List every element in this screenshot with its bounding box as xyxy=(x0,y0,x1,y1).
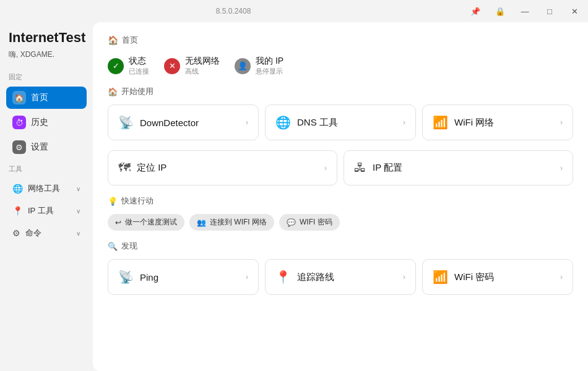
tool-card-locate-ip[interactable]: 🗺 定位 IP › xyxy=(108,150,337,186)
quick-actions-header: 💡 快速行动 xyxy=(108,195,573,207)
connected-indicator: ✓ xyxy=(108,58,124,74)
downdetector-arrow: › xyxy=(246,118,248,127)
ping-label: Ping xyxy=(140,272,240,283)
location-icon: 📍 xyxy=(12,206,23,216)
ip-config-icon: 🖧 xyxy=(354,161,366,175)
wifi-sublabel: 高线 xyxy=(185,67,220,76)
pin-icon[interactable]: 📌 xyxy=(469,7,482,16)
tool-card-wifi-password2[interactable]: 📶 WiFi 密码 › xyxy=(422,259,573,295)
breadcrumb-home-icon: 🏠 xyxy=(108,35,118,45)
quick-action-wifi-password[interactable]: 💬 WIFI 密码 xyxy=(279,214,340,231)
ping-icon: 📡 xyxy=(118,270,134,284)
traceroute-label: 追踪路线 xyxy=(297,271,397,283)
quick-actions-list: ↩ 做一个速度测试 👥 连接到 WIFI 网络 💬 WIFI 密码 xyxy=(108,214,573,231)
quick-action-connect-wifi[interactable]: 👥 连接到 WIFI 网络 xyxy=(189,214,274,231)
ip-config-label: IP 配置 xyxy=(373,162,554,174)
wifi-password-icon: 💬 xyxy=(287,218,296,227)
tool-card-ping[interactable]: 📡 Ping › xyxy=(108,259,259,295)
wifi-text: 无线网络 高线 xyxy=(185,56,220,76)
wifi-label: 无线网络 xyxy=(185,56,220,67)
close-button[interactable]: ✕ xyxy=(568,7,581,16)
connect-wifi-label: 连接到 WIFI 网络 xyxy=(210,217,267,228)
downdetector-icon: 📡 xyxy=(118,115,134,130)
breadcrumb-label: 首页 xyxy=(122,35,138,46)
home-nav-icon: 🏠 xyxy=(12,91,26,104)
nav-item-network-tools[interactable]: 🌐 网络工具 ∨ xyxy=(6,179,87,198)
speed-test-icon: ↩ xyxy=(115,218,121,227)
quick-actions-label: 快速行动 xyxy=(121,195,153,207)
traceroute-arrow: › xyxy=(403,273,405,281)
get-started-icon: 🏠 xyxy=(108,87,118,96)
discover-header: 🔍 发现 xyxy=(108,241,573,252)
sidebar: InternetTest 嗨, XDGAME. 固定 🏠 首页 ⏱ 历史 ⚙ 设… xyxy=(0,22,93,371)
myip-label: 我的 IP xyxy=(256,56,283,67)
wifi-network-icon: 📶 xyxy=(433,115,448,130)
settings-nav-icon: ⚙ xyxy=(12,140,26,154)
tool-card-ip-config[interactable]: 🖧 IP 配置 › xyxy=(344,150,573,186)
app-subtitle: 嗨, XDGAME. xyxy=(6,49,87,60)
dns-arrow: › xyxy=(403,118,405,127)
ping-arrow: › xyxy=(246,273,248,281)
connected-label: 状态 xyxy=(129,56,149,67)
ip-config-arrow: › xyxy=(560,164,563,173)
lock-icon[interactable]: 🔒 xyxy=(494,7,506,16)
myip-sublabel: 悬停显示 xyxy=(256,67,283,76)
connected-sublabel: 已连接 xyxy=(129,67,149,76)
tool-card-dns[interactable]: 🌐 DNS 工具 › xyxy=(265,104,416,140)
quick-action-speed-test[interactable]: ↩ 做一个速度测试 xyxy=(108,214,184,231)
nav-item-home[interactable]: 🏠 首页 xyxy=(6,87,87,109)
command-icon: ⚙ xyxy=(12,228,20,238)
get-started-label: 开始使用 xyxy=(121,86,153,97)
tool-card-wifi-network[interactable]: 📶 WiFi 网络 › xyxy=(422,104,573,140)
wifi-indicator: ✕ xyxy=(164,58,180,74)
tools-section-label: 工具 xyxy=(9,164,87,174)
myip-indicator: 👤 xyxy=(235,58,251,74)
wifi-password2-label: WiFi 密码 xyxy=(454,271,554,283)
discover-label: 发现 xyxy=(121,241,137,252)
nav-item-history[interactable]: ⏱ 历史 xyxy=(6,111,87,134)
tool-card-traceroute[interactable]: 📍 追踪路线 › xyxy=(265,259,416,295)
wifi-network-label: WiFi 网络 xyxy=(454,117,554,129)
tools-grid-2: 🗺 定位 IP › 🖧 IP 配置 › xyxy=(108,150,573,186)
expand-icon-network: ∨ xyxy=(76,186,80,192)
nav-label-command: 命令 xyxy=(25,228,41,239)
status-wifi: ✕ 无线网络 高线 xyxy=(164,56,220,76)
minimize-button[interactable]: — xyxy=(519,7,531,16)
maximize-button[interactable]: □ xyxy=(543,7,556,16)
breadcrumb: 🏠 首页 xyxy=(108,35,573,46)
wifi-password-label: WIFI 密码 xyxy=(300,217,332,228)
app-title: InternetTest xyxy=(6,30,87,46)
speed-test-label: 做一个速度测试 xyxy=(125,217,177,228)
wifi-password2-arrow: › xyxy=(560,273,563,281)
traceroute-icon: 📍 xyxy=(275,270,291,284)
quick-actions-icon: 💡 xyxy=(108,197,118,206)
expand-icon-ip: ∨ xyxy=(76,208,80,215)
locate-ip-arrow: › xyxy=(324,164,327,173)
nav-item-command[interactable]: ⚙ 命令 ∨ xyxy=(6,223,87,243)
status-bar: ✓ 状态 已连接 ✕ 无线网络 高线 👤 我的 IP 悬停显示 xyxy=(108,56,573,76)
connect-wifi-icon: 👥 xyxy=(197,218,206,227)
connected-text: 状态 已连接 xyxy=(129,56,149,76)
nav-label-home: 首页 xyxy=(31,92,48,103)
nav-label-network: 网络工具 xyxy=(28,183,60,194)
locate-ip-label: 定位 IP xyxy=(137,162,318,174)
nav-item-ip-tools[interactable]: 📍 IP 工具 ∨ xyxy=(6,201,87,221)
app-container: InternetTest 嗨, XDGAME. 固定 🏠 首页 ⏱ 历史 ⚙ 设… xyxy=(0,22,588,371)
version-label: 8.5.0.2408 xyxy=(216,7,251,15)
discover-icon: 🔍 xyxy=(108,242,118,251)
wifi-network-arrow: › xyxy=(560,118,563,127)
titlebar-controls: 📌 🔒 — □ ✕ xyxy=(469,7,581,16)
titlebar: 8.5.0.2408 📌 🔒 — □ ✕ xyxy=(0,0,588,22)
history-nav-icon: ⏱ xyxy=(12,116,26,129)
status-connected: ✓ 状态 已连接 xyxy=(108,56,149,76)
nav-label-settings: 设置 xyxy=(31,142,48,153)
discover-grid: 📡 Ping › 📍 追踪路线 › 📶 WiFi 密码 › xyxy=(108,259,573,295)
nav-item-settings[interactable]: ⚙ 设置 xyxy=(6,136,87,158)
tool-card-downdetector[interactable]: 📡 DownDetector › xyxy=(108,104,259,140)
fixed-section-label: 固定 xyxy=(9,72,87,82)
globe-icon: 🌐 xyxy=(12,184,23,194)
downdetector-label: DownDetector xyxy=(140,117,240,128)
wifi-password2-icon: 📶 xyxy=(433,270,448,284)
nav-label-history: 历史 xyxy=(31,117,48,128)
expand-icon-command: ∨ xyxy=(76,230,80,237)
